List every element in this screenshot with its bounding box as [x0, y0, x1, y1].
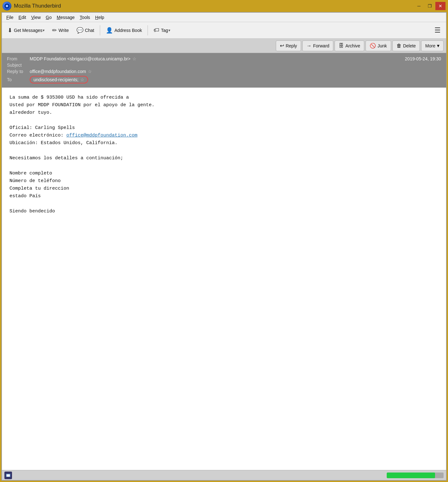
status-icon: [4, 472, 12, 479]
toolbar-separator-2: [148, 25, 148, 35]
subject-row: Subject: [7, 62, 441, 68]
address-book-icon: 👤: [106, 27, 113, 34]
app-icon: [3, 2, 11, 10]
get-messages-label: Get Messages: [14, 28, 42, 33]
junk-icon: 🚫: [370, 43, 376, 49]
junk-button[interactable]: 🚫 Junk: [366, 40, 391, 51]
main-window: File Edit View Go Message Tools Help ⬇ G…: [1, 12, 447, 481]
archive-icon: 🗄: [339, 43, 344, 49]
email-body-text: La suma de $ 935300 USD ha sido ofrecida…: [9, 94, 439, 215]
reply-to-value: office@mddpfoundation.com: [30, 69, 86, 74]
body-line9: Necesitamos los detalles a continuación;: [9, 156, 123, 161]
menu-file[interactable]: File: [4, 14, 16, 21]
subject-label: Subject: [7, 63, 30, 68]
body-line13: Completa tu direccion: [9, 186, 69, 191]
address-book-label: Address Book: [114, 28, 142, 33]
toolbar-separator-1: [100, 25, 100, 35]
delete-label: Delete: [403, 43, 416, 48]
write-icon: ✏: [52, 27, 57, 34]
reply-label: Reply: [286, 43, 297, 48]
get-messages-dropdown-icon[interactable]: ▾: [43, 28, 45, 33]
progress-fill: [387, 473, 435, 478]
more-dropdown-icon: ▾: [437, 43, 439, 49]
app-title: Mozilla Thunderbird: [14, 3, 61, 9]
more-button[interactable]: More ▾: [421, 40, 444, 51]
menu-go[interactable]: Go: [43, 14, 54, 21]
email-date: 2019-05-24, 19:30: [405, 56, 441, 61]
delete-button[interactable]: 🗑 Delete: [392, 40, 420, 51]
archive-label: Archive: [345, 43, 360, 48]
body-line16: Siendo bendecido: [9, 209, 55, 214]
reply-to-star-icon[interactable]: ☆: [88, 69, 92, 74]
body-line1: La suma de $ 935300 USD ha sido ofrecida…: [9, 95, 129, 100]
email-body: La suma de $ 935300 USD ha sido ofrecida…: [2, 88, 446, 470]
address-book-button[interactable]: 👤 Address Book: [103, 24, 145, 36]
menu-bar: File Edit View Go Message Tools Help: [2, 13, 446, 22]
tag-button[interactable]: 🏷 Tag ▾: [150, 24, 173, 36]
minimize-button[interactable]: ─: [414, 2, 424, 10]
body-line6: Correo electrónico:: [9, 133, 66, 138]
forward-button[interactable]: → Forward: [302, 40, 333, 51]
get-messages-button[interactable]: ⬇ Get Messages ▾: [4, 24, 48, 36]
archive-button[interactable]: 🗄 Archive: [335, 40, 364, 51]
reply-to-row: Reply to office@mddpfoundation.com ☆: [7, 68, 441, 75]
window-controls: ─ ❐ ✕: [414, 2, 445, 10]
body-email-link[interactable]: office@mddpfoundation.com: [66, 133, 137, 138]
from-star-icon[interactable]: ☆: [132, 56, 136, 61]
to-label: To: [7, 77, 30, 82]
delete-icon: 🗑: [397, 43, 402, 49]
forward-icon: →: [306, 43, 312, 49]
hamburger-button[interactable]: ☰: [432, 24, 444, 36]
restore-button[interactable]: ❐: [425, 2, 435, 10]
chat-button[interactable]: 💬 Chat: [73, 24, 98, 36]
progress-bar: [387, 473, 444, 478]
menu-tools[interactable]: Tools: [77, 14, 93, 21]
body-line7: Ubicación: Estados Unidos, California.: [9, 140, 118, 146]
menu-message[interactable]: Message: [54, 14, 77, 21]
from-value: MDDP Foundation <sbrigacci@cotuca.unicam…: [30, 56, 130, 61]
email-header: From MDDP Foundation <sbrigacci@cotuca.u…: [2, 53, 446, 88]
chat-icon: 💬: [76, 27, 83, 34]
menu-view[interactable]: View: [29, 14, 43, 21]
reply-button[interactable]: ↩ Reply: [276, 40, 301, 51]
tag-label: Tag: [161, 28, 168, 33]
toolbar: ⬇ Get Messages ▾ ✏ Write 💬 Chat 👤 Addres…: [2, 22, 446, 39]
write-label: Write: [58, 28, 69, 33]
body-line2: Usted por MDDP FOUNDATION por el apoyo d…: [9, 102, 154, 108]
menu-help[interactable]: Help: [93, 14, 107, 21]
junk-label: Junk: [378, 43, 387, 48]
title-bar: Mozilla Thunderbird ─ ❐ ✕: [0, 0, 448, 12]
tag-icon: 🏷: [154, 27, 159, 34]
forward-label: Forward: [313, 43, 329, 48]
to-chip: undisclosed-recipients; ☆: [30, 76, 88, 83]
to-row: To undisclosed-recipients; ☆: [7, 75, 441, 85]
reply-to-label: Reply to: [7, 69, 30, 74]
chat-label: Chat: [85, 28, 94, 33]
get-messages-icon: ⬇: [8, 27, 12, 34]
from-row: From MDDP Foundation <sbrigacci@cotuca.u…: [7, 56, 441, 62]
body-line12: Número de teléfono: [9, 178, 61, 184]
from-label: From: [7, 56, 30, 61]
menu-edit[interactable]: Edit: [16, 14, 29, 21]
body-line14: estado País: [9, 193, 41, 199]
body-line3: alrededor tuyo.: [9, 110, 52, 115]
more-label: More: [425, 43, 435, 48]
tag-dropdown-icon[interactable]: ▾: [168, 28, 170, 33]
reply-icon: ↩: [280, 43, 284, 49]
svg-rect-4: [7, 474, 10, 477]
to-chip-value: undisclosed-recipients;: [33, 77, 78, 82]
svg-point-2: [6, 5, 8, 7]
title-bar-left: Mozilla Thunderbird: [3, 2, 61, 10]
write-button[interactable]: ✏ Write: [49, 24, 72, 36]
body-line11: Nombre completo: [9, 171, 52, 176]
close-button[interactable]: ✕: [435, 2, 445, 10]
to-chip-star-icon[interactable]: ☆: [80, 77, 84, 82]
status-bar: [2, 470, 446, 480]
body-line5: Oficial: Carling Spells: [9, 125, 75, 131]
action-bar: ↩ Reply → Forward 🗄 Archive 🚫 Junk 🗑 Del…: [2, 39, 446, 53]
